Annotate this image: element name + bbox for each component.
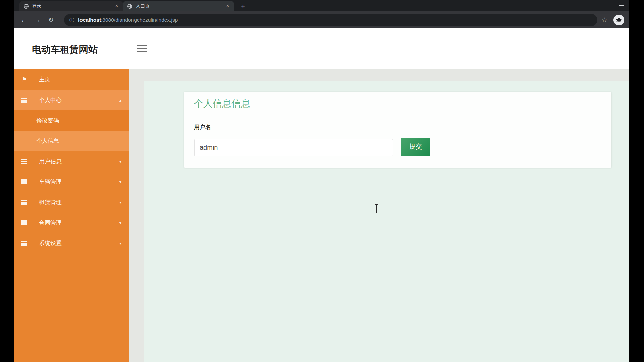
screen: 登录 × 入口页 × + — ← → ↻ ⓘ localhost:80 [0,0,644,362]
tab-title: 入口页 [136,3,225,9]
tab-title: 登录 [32,3,114,9]
personal-info-card: 个人信息信息 用户名 提交 [184,92,611,168]
site-title: 电动车租赁网站 [32,43,98,56]
sidebar-item-system-settings[interactable]: 系统设置 ▾ [14,233,129,253]
chevron-down-icon: ▾ [119,180,121,184]
hamburger-menu-icon[interactable] [137,45,147,52]
main-content-panel: 个人信息信息 用户名 提交 专业毕设代做 [144,81,629,362]
submit-button[interactable]: 提交 [401,138,430,156]
grid-icon [21,241,28,246]
chevron-down-icon: ▾ [119,159,121,164]
tab-login[interactable]: 登录 × [19,1,123,11]
username-input[interactable] [194,139,393,156]
grid-icon [21,220,28,225]
sidebar-nav: ⚑ 主页 个人中心 ▴ 修改密码 个人信息 用户信息 ▾ [14,69,129,362]
refresh-icon[interactable]: ↻ [45,11,57,28]
url-path: :8080/diandongchezulin/index.jsp [101,17,178,23]
sidebar-item-vehicle-mgmt[interactable]: 车辆管理 ▾ [14,172,129,192]
chevron-down-icon: ▾ [119,221,121,225]
chevron-down-icon: ▾ [119,200,121,205]
browser-window: 登录 × 入口页 × + — ← → ↻ ⓘ localhost:80 [14,0,629,362]
sidebar-item-rental-mgmt[interactable]: 租赁管理 ▾ [14,192,129,213]
globe-favicon-icon [23,4,29,9]
minimize-button[interactable]: — [614,1,629,11]
chevron-up-icon: ▴ [119,98,121,103]
browser-toolbar: ← → ↻ ⓘ localhost:8080/diandongchezulin/… [14,11,629,28]
address-bar[interactable]: ⓘ localhost:8080/diandongchezulin/index.… [64,14,597,26]
back-icon[interactable]: ← [18,11,30,28]
sidebar-item-user-info[interactable]: 用户信息 ▾ [14,151,129,172]
close-icon[interactable]: × [225,3,231,9]
page-content: 电动车租赁网站 ⚑ 主页 个人中心 ▴ 修改密码 个人信息 [14,28,629,362]
incognito-icon [613,15,624,25]
url-host: localhost [78,17,101,23]
sidebar-item-personal-info[interactable]: 个人信息 [14,131,129,151]
text-cursor-icon [374,204,378,213]
chevron-down-icon: ▾ [119,241,121,246]
tab-strip: 登录 × 入口页 × + — [14,0,629,11]
globe-favicon-icon [127,4,132,9]
forward-icon[interactable]: → [32,11,43,28]
flag-icon: ⚑ [21,76,28,83]
tab-entry-page[interactable]: 入口页 × [123,1,234,11]
sidebar-item-home[interactable]: ⚑ 主页 [14,69,129,90]
page-info-icon[interactable]: ⓘ [69,17,74,23]
bookmark-star-icon[interactable]: ☆ [599,11,610,28]
grid-icon [21,159,28,164]
grid-icon [21,98,28,103]
new-tab-button[interactable]: + [238,2,247,11]
username-label: 用户名 [194,123,211,131]
grid-icon [21,179,28,184]
grid-icon [21,200,28,205]
sidebar-item-change-password[interactable]: 修改密码 [14,110,129,131]
sidebar-item-contract-mgmt[interactable]: 合同管理 ▾ [14,213,129,233]
sidebar-item-personal-center[interactable]: 个人中心 ▴ [14,90,129,110]
card-title: 个人信息信息 [194,97,250,110]
site-header: 电动车租赁网站 [14,28,629,69]
close-icon[interactable]: × [114,3,120,9]
divider [194,117,601,117]
